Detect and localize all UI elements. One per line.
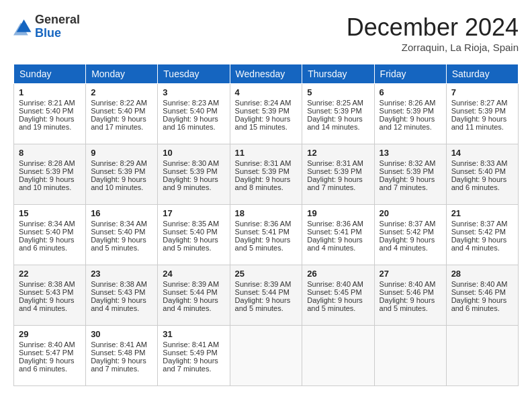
sunset-label: Sunset: 5:39 PM (307, 107, 361, 115)
daylight-label: Daylight: 9 hours and 11 minutes. (451, 115, 507, 131)
daylight-label: Daylight: 9 hours and 6 minutes. (19, 357, 75, 373)
cell-w2-6: 14 Sunrise: 8:33 AM Sunset: 5:40 PM Dayl… (446, 144, 518, 205)
sunrise-label: Sunrise: 8:35 AM (163, 220, 219, 228)
day-number: 10 (163, 148, 224, 158)
sunrise-label: Sunrise: 8:40 AM (19, 340, 75, 349)
day-number: 23 (91, 269, 152, 279)
sunrise-label: Sunrise: 8:40 AM (380, 280, 436, 288)
daylight-label: Daylight: 9 hours and 5 minutes. (235, 236, 291, 252)
daylight-label: Daylight: 9 hours and 5 minutes. (235, 296, 291, 312)
day-number: 5 (307, 87, 369, 97)
cell-w5-1: 30 Sunrise: 8:41 AM Sunset: 5:48 PM Dayl… (86, 326, 158, 386)
cell-w1-1: 2 Sunrise: 8:22 AM Sunset: 5:40 PM Dayli… (86, 84, 158, 144)
cell-w2-4: 12 Sunrise: 8:31 AM Sunset: 5:39 PM Dayl… (302, 144, 374, 205)
sunrise-label: Sunrise: 8:21 AM (19, 99, 75, 107)
col-tuesday: Tuesday (158, 64, 230, 84)
daylight-label: Daylight: 9 hours and 7 minutes. (163, 357, 218, 373)
logo-general: General (35, 13, 80, 26)
cell-w5-5 (374, 326, 446, 386)
sunrise-label: Sunrise: 8:31 AM (307, 159, 363, 167)
sunset-label: Sunset: 5:41 PM (235, 228, 290, 236)
day-number: 13 (380, 148, 441, 158)
col-wednesday: Wednesday (230, 64, 302, 84)
sunrise-label: Sunrise: 8:29 AM (91, 159, 147, 167)
cell-w4-3: 25 Sunrise: 8:39 AM Sunset: 5:44 PM Dayl… (230, 265, 302, 326)
sunset-label: Sunset: 5:42 PM (380, 228, 434, 236)
sunrise-label: Sunrise: 8:26 AM (380, 99, 436, 107)
sunset-label: Sunset: 5:44 PM (163, 288, 217, 296)
daylight-label: Daylight: 9 hours and 16 minutes. (163, 115, 218, 131)
sunrise-label: Sunrise: 8:28 AM (19, 159, 75, 167)
day-number: 4 (235, 87, 298, 97)
day-number: 15 (19, 208, 81, 218)
cell-w2-0: 8 Sunrise: 8:28 AM Sunset: 5:39 PM Dayli… (14, 144, 86, 205)
day-number: 12 (307, 148, 369, 158)
sunset-label: Sunset: 5:39 PM (307, 167, 361, 175)
cell-w4-4: 26 Sunrise: 8:40 AM Sunset: 5:45 PM Dayl… (302, 265, 374, 326)
cell-w3-0: 15 Sunrise: 8:34 AM Sunset: 5:40 PM Dayl… (14, 205, 86, 265)
sunset-label: Sunset: 5:41 PM (307, 228, 361, 236)
cell-w5-6 (446, 326, 518, 386)
daylight-label: Daylight: 9 hours and 12 minutes. (380, 115, 435, 131)
day-number: 19 (307, 208, 369, 218)
daylight-label: Daylight: 9 hours and 5 minutes. (307, 296, 363, 312)
day-number: 22 (19, 269, 81, 279)
daylight-label: Daylight: 9 hours and 7 minutes. (380, 175, 435, 191)
day-number: 16 (91, 208, 152, 218)
day-number: 24 (163, 269, 224, 279)
col-friday: Friday (374, 64, 446, 84)
cell-w3-4: 19 Sunrise: 8:36 AM Sunset: 5:41 PM Dayl… (302, 205, 374, 265)
cell-w3-3: 18 Sunrise: 8:36 AM Sunset: 5:41 PM Dayl… (230, 205, 302, 265)
sunset-label: Sunset: 5:43 PM (19, 288, 73, 296)
col-thursday: Thursday (302, 64, 374, 84)
page-header: General Blue December 2024 Zorraquin, La… (13, 13, 519, 53)
daylight-label: Daylight: 9 hours and 4 minutes. (163, 296, 218, 312)
daylight-label: Daylight: 9 hours and 4 minutes. (307, 236, 363, 252)
cell-w1-2: 3 Sunrise: 8:23 AM Sunset: 5:40 PM Dayli… (158, 84, 230, 144)
cell-w3-6: 21 Sunrise: 8:37 AM Sunset: 5:42 PM Dayl… (446, 205, 518, 265)
sunrise-label: Sunrise: 8:41 AM (91, 340, 147, 349)
day-number: 21 (451, 208, 513, 218)
day-number: 6 (380, 87, 441, 97)
daylight-label: Daylight: 9 hours and 7 minutes. (307, 175, 363, 191)
day-number: 9 (91, 148, 152, 158)
cell-w4-5: 27 Sunrise: 8:40 AM Sunset: 5:46 PM Dayl… (374, 265, 446, 326)
daylight-label: Daylight: 9 hours and 5 minutes. (91, 236, 146, 252)
sunrise-label: Sunrise: 8:36 AM (307, 220, 363, 228)
day-number: 17 (163, 208, 224, 218)
sunrise-label: Sunrise: 8:40 AM (451, 280, 508, 288)
sunset-label: Sunset: 5:40 PM (19, 107, 73, 115)
cell-w5-3 (230, 326, 302, 386)
sunset-label: Sunset: 5:40 PM (91, 107, 145, 115)
sunrise-label: Sunrise: 8:22 AM (91, 99, 147, 107)
sunrise-label: Sunrise: 8:25 AM (307, 99, 363, 107)
day-number: 2 (91, 87, 152, 97)
sunset-label: Sunset: 5:40 PM (163, 228, 217, 236)
sunset-label: Sunset: 5:46 PM (451, 288, 506, 296)
sunset-label: Sunset: 5:40 PM (91, 228, 145, 236)
day-number: 3 (163, 87, 224, 97)
sunset-label: Sunset: 5:43 PM (91, 288, 145, 296)
cell-w2-5: 13 Sunrise: 8:32 AM Sunset: 5:39 PM Dayl… (374, 144, 446, 205)
sunset-label: Sunset: 5:39 PM (19, 167, 73, 175)
cell-w4-0: 22 Sunrise: 8:38 AM Sunset: 5:43 PM Dayl… (14, 265, 86, 326)
logo: General Blue (13, 13, 80, 40)
calendar-table: Sunday Monday Tuesday Wednesday Thursday… (13, 64, 519, 386)
location: Zorraquin, La Rioja, Spain (347, 42, 519, 53)
week-row-2: 8 Sunrise: 8:28 AM Sunset: 5:39 PM Dayli… (14, 144, 519, 205)
sunset-label: Sunset: 5:39 PM (91, 167, 145, 175)
col-monday: Monday (86, 64, 158, 84)
daylight-label: Daylight: 9 hours and 10 minutes. (91, 175, 146, 191)
cell-w3-5: 20 Sunrise: 8:37 AM Sunset: 5:42 PM Dayl… (374, 205, 446, 265)
sunset-label: Sunset: 5:39 PM (235, 167, 290, 175)
sunset-label: Sunset: 5:45 PM (307, 288, 361, 296)
sunrise-label: Sunrise: 8:27 AM (451, 99, 508, 107)
logo-blue: Blue (35, 26, 61, 40)
cell-w3-2: 17 Sunrise: 8:35 AM Sunset: 5:40 PM Dayl… (158, 205, 230, 265)
cell-w1-3: 4 Sunrise: 8:24 AM Sunset: 5:39 PM Dayli… (230, 84, 302, 144)
daylight-label: Daylight: 9 hours and 14 minutes. (307, 115, 363, 131)
day-number: 26 (307, 269, 369, 279)
sunrise-label: Sunrise: 8:41 AM (163, 340, 219, 349)
daylight-label: Daylight: 9 hours and 10 minutes. (19, 175, 75, 191)
day-number: 30 (91, 329, 152, 339)
